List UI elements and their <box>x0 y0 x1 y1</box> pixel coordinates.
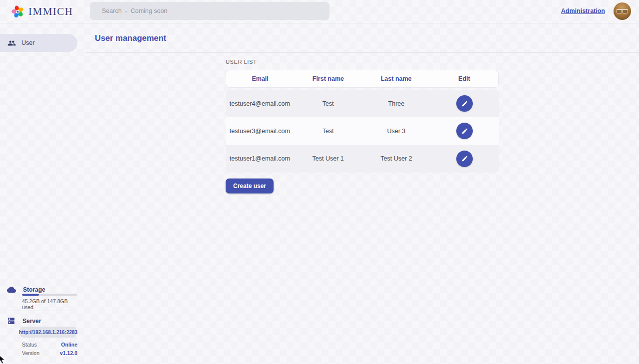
brand: IMMICH <box>11 0 73 23</box>
server-status-row: Status Online <box>22 342 77 348</box>
column-header-last-name: Last name <box>362 75 430 82</box>
cell-first-name: Test <box>294 100 362 107</box>
storage-progress-fill <box>22 294 39 296</box>
column-header-email: Email <box>226 75 294 82</box>
status-label: Status <box>22 342 37 348</box>
cell-email: testuser1@email.com <box>226 155 294 162</box>
version-value: v1.12.0 <box>60 350 77 356</box>
server-title: Server <box>22 318 41 325</box>
page-title: User management <box>95 33 166 43</box>
cell-email: testuser3@email.com <box>226 128 294 135</box>
cell-email: testuser4@email.com <box>226 100 294 107</box>
storage-usage-text: 45.2GB of 147.8GB used <box>22 298 77 310</box>
immich-flower-logo-icon <box>11 5 24 18</box>
storage-progress-bar <box>22 294 77 296</box>
cell-last-name: User 3 <box>362 128 431 135</box>
pencil-icon <box>461 128 468 135</box>
sidebar-item-user-label: User <box>21 39 34 46</box>
user-list-label: USER LIST <box>226 59 499 65</box>
pencil-icon <box>461 100 468 107</box>
server-section-header: Server <box>7 317 41 325</box>
main-content: User management USER LIST Email First na… <box>85 23 639 364</box>
administration-link[interactable]: Administration <box>561 7 605 14</box>
app-header: IMMICH Administration <box>0 0 639 23</box>
column-header-edit: Edit <box>430 75 498 82</box>
footer-divider <box>7 311 77 311</box>
sidebar: User Storage 45.2GB of 147.8GB used <box>0 23 77 364</box>
table-row: testuser4@email.com Test Three <box>226 90 499 117</box>
table-header-row: Email First name Last name Edit <box>226 70 499 88</box>
page-header: User management <box>85 23 639 53</box>
users-icon <box>7 39 16 47</box>
create-user-button[interactable]: Create user <box>226 179 274 193</box>
user-table: testuser4@email.com Test Three testuser3… <box>226 90 499 173</box>
avatar-glasses-detail <box>617 9 628 12</box>
version-label: Version <box>22 350 39 356</box>
pencil-icon <box>461 155 468 162</box>
edit-user-button[interactable] <box>456 95 473 112</box>
storage-section-header: Storage <box>7 285 45 294</box>
cell-first-name: Test <box>294 128 362 135</box>
edit-user-button[interactable] <box>456 151 473 167</box>
sidebar-item-user[interactable]: User <box>0 34 77 52</box>
edit-user-button[interactable] <box>456 123 473 139</box>
column-header-first-name: First name <box>294 75 362 82</box>
cell-first-name: Test User 1 <box>294 155 362 162</box>
table-row: testuser1@email.com Test User 1 Test Use… <box>226 145 499 173</box>
server-version-row: Version v1.12.0 <box>22 350 77 356</box>
search-input[interactable] <box>90 2 329 20</box>
status-value: Online <box>61 342 77 348</box>
table-row: testuser3@email.com Test User 3 <box>226 117 499 145</box>
cloud-icon <box>7 285 16 294</box>
cell-last-name: Test User 2 <box>362 155 431 162</box>
storage-title: Storage <box>23 286 45 293</box>
cell-last-name: Three <box>362 100 431 107</box>
sidebar-footer: Storage 45.2GB of 147.8GB used Server ht… <box>0 285 77 364</box>
server-icon <box>7 317 15 325</box>
app-title: IMMICH <box>28 5 73 18</box>
server-url-badge: http://192.168.1.216:2283 <box>20 327 76 338</box>
user-avatar[interactable] <box>614 2 631 20</box>
